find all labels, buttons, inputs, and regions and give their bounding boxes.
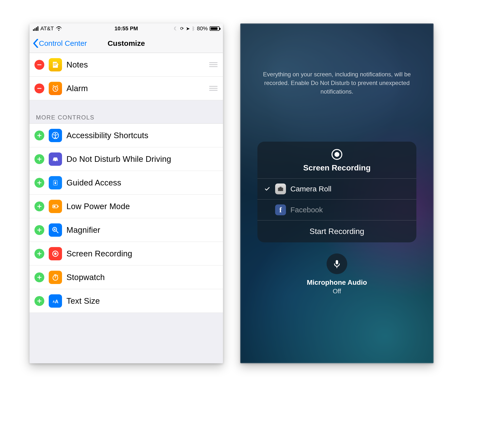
control-label: Alarm — [66, 84, 88, 93]
facebook-icon: f — [275, 204, 286, 215]
svg-point-29 — [54, 252, 57, 255]
plus-icon — [37, 251, 42, 256]
microphone-section: Microphone Audio Off — [240, 253, 434, 295]
svg-text:A: A — [55, 299, 58, 304]
remove-button[interactable] — [34, 83, 44, 93]
reorder-handle[interactable] — [209, 86, 218, 91]
moon-icon: ☾ — [174, 26, 178, 32]
chevron-left-icon — [33, 39, 38, 48]
plus-icon — [37, 299, 42, 303]
back-label: Control Center — [39, 39, 87, 48]
control-label: Accessibility Shortcuts — [66, 131, 148, 140]
record-circle-icon — [331, 149, 342, 160]
orientation-lock-icon: ⟳ — [180, 26, 184, 31]
add-button[interactable] — [34, 154, 44, 164]
section-header-more-controls: MORE CONTROLS — [30, 100, 223, 124]
control-row-accessibility[interactable]: Accessibility Shortcuts — [30, 124, 223, 147]
control-row-stopwatch[interactable]: Stopwatch — [30, 266, 223, 289]
plus-icon — [37, 204, 42, 209]
screen-recording-panel: Screen Recording Camera Roll f Facebook … — [257, 142, 416, 242]
location-icon: ➤ — [186, 26, 190, 32]
control-label: Do Not Disturb While Driving — [66, 154, 171, 164]
control-label: Magnifier — [66, 225, 100, 235]
accessibility-icon — [49, 129, 62, 142]
add-button[interactable] — [34, 249, 44, 259]
record-icon — [49, 247, 62, 260]
car-icon — [49, 152, 62, 166]
plus-icon — [37, 228, 42, 233]
control-row-guided-access[interactable]: Guided Access — [30, 171, 223, 195]
stopwatch-icon — [49, 271, 62, 284]
control-label: Guided Access — [66, 178, 121, 187]
more-controls-list: Accessibility Shortcuts Do Not Disturb W… — [30, 124, 223, 313]
battery-percent: 80% — [197, 25, 208, 32]
plus-icon — [37, 275, 42, 280]
low-power-icon — [49, 200, 62, 213]
svg-point-42 — [280, 189, 281, 190]
option-label: Camera Roll — [290, 185, 331, 193]
control-label: Notes — [66, 60, 88, 69]
plus-icon — [37, 157, 42, 162]
minus-icon — [37, 86, 42, 91]
camera-icon — [275, 184, 286, 194]
included-controls-list: Notes Alarm — [30, 53, 223, 100]
control-label: Stopwatch — [66, 273, 105, 282]
control-row-dnd-driving[interactable]: Do Not Disturb While Driving — [30, 147, 223, 171]
add-button[interactable] — [34, 131, 44, 140]
microphone-toggle-button[interactable] — [327, 253, 347, 274]
carrier-label: AT&T — [40, 25, 54, 32]
panel-header: Screen Recording — [257, 142, 416, 178]
plus-icon — [37, 133, 42, 138]
svg-point-6 — [55, 133, 56, 134]
notes-icon — [49, 58, 62, 71]
control-label: Screen Recording — [66, 249, 132, 258]
add-button[interactable] — [34, 201, 44, 211]
guided-access-icon — [49, 176, 62, 189]
settings-customize-screen: AT&T 10:55 PM ☾ ⟳ ➤ ᛒ 80% Control Center… — [30, 23, 223, 363]
control-row-screen-recording[interactable]: Screen Recording — [30, 242, 223, 266]
control-row-alarm[interactable]: Alarm — [30, 77, 223, 100]
panel-title: Screen Recording — [303, 163, 371, 172]
screen-recording-overlay: Everything on your screen, including not… — [240, 23, 434, 363]
recording-info-text: Everything on your screen, including not… — [257, 70, 416, 96]
wifi-icon — [56, 26, 62, 31]
svg-rect-18 — [58, 206, 59, 207]
svg-point-9 — [53, 160, 54, 161]
minus-icon — [37, 62, 42, 67]
svg-rect-14 — [55, 183, 56, 184]
alarm-icon — [49, 82, 62, 95]
option-label: Facebook — [290, 206, 323, 214]
svg-line-35 — [57, 275, 58, 276]
remove-button[interactable] — [34, 60, 44, 70]
microphone-icon — [332, 259, 342, 269]
start-recording-button[interactable]: Start Recording — [257, 220, 416, 242]
add-button[interactable] — [34, 272, 44, 282]
control-row-text-size[interactable]: AA Text Size — [30, 289, 223, 313]
destination-facebook[interactable]: f Facebook — [257, 199, 416, 220]
svg-line-23 — [56, 231, 58, 233]
magnifier-icon — [49, 223, 62, 237]
reorder-handle[interactable] — [209, 62, 218, 67]
add-button[interactable] — [34, 225, 44, 235]
control-row-low-power[interactable]: Low Power Mode — [30, 195, 223, 218]
svg-text:A: A — [53, 300, 55, 303]
control-label: Low Power Mode — [66, 202, 130, 211]
nav-bar: Control Center Customize — [30, 34, 223, 53]
control-row-magnifier[interactable]: Magnifier — [30, 218, 223, 242]
add-button[interactable] — [34, 296, 44, 306]
control-row-notes[interactable]: Notes — [30, 53, 223, 77]
destination-camera-roll[interactable]: Camera Roll — [257, 178, 416, 199]
cellular-signal-icon — [33, 26, 38, 31]
status-bar: AT&T 10:55 PM ☾ ⟳ ➤ ᛒ 80% — [30, 23, 223, 34]
back-button[interactable]: Control Center — [33, 39, 87, 48]
svg-rect-19 — [53, 206, 55, 207]
svg-point-10 — [56, 160, 57, 161]
add-button[interactable] — [34, 178, 44, 188]
bluetooth-icon: ᛒ — [192, 26, 195, 32]
svg-rect-44 — [336, 260, 338, 265]
svg-rect-43 — [280, 187, 282, 188]
battery-icon — [210, 26, 220, 31]
control-label: Text Size — [66, 296, 100, 306]
checkmark-icon — [264, 186, 271, 192]
text-size-icon: AA — [49, 294, 62, 308]
